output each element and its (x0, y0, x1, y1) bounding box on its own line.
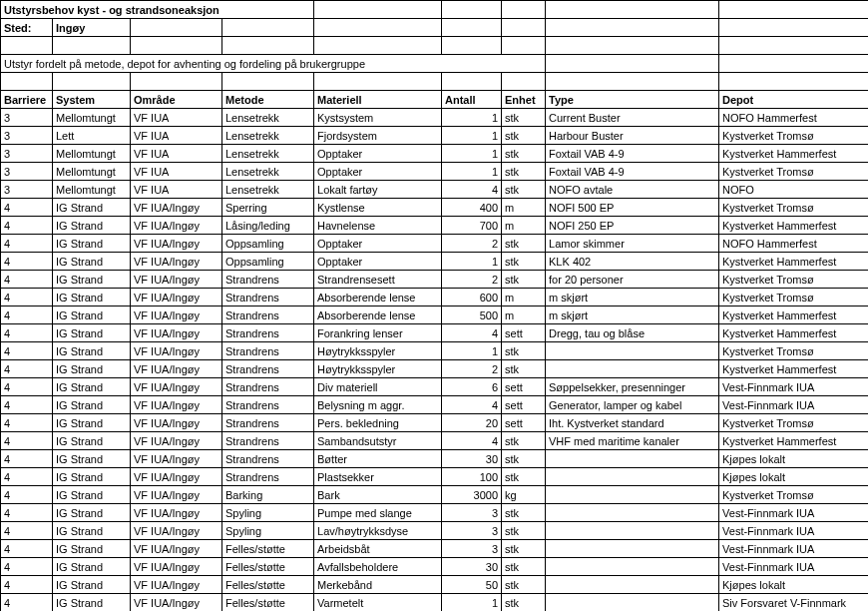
cell-r24-c1: IG Strand (53, 540, 131, 558)
page-title: Utstyrsbehov kyst - og strandsoneaksjon (1, 1, 314, 19)
cell-r23-c7 (546, 522, 719, 540)
cell-r5-c3: Sperring (222, 199, 314, 217)
cell-r15-c8: Vest-Finnmark IUA (719, 378, 868, 396)
cell-r16-c5: 4 (442, 396, 502, 414)
cell-r2-c7: Foxtail VAB 4-9 (546, 145, 719, 163)
cell-r12-c5: 4 (442, 324, 502, 342)
cell-r18-c3: Strandrens (222, 432, 314, 450)
cell-r23-c3: Spyling (222, 522, 314, 540)
cell-r16-c2: VF IUA/Ingøy (131, 396, 222, 414)
cell-r7-c3: Oppsamling (222, 235, 314, 253)
cell-r6-c3: Låsing/leding (222, 217, 314, 235)
cell-r5-c2: VF IUA/Ingøy (131, 199, 222, 217)
cell-r12-c2: VF IUA/Ingøy (131, 324, 222, 342)
cell-r19-c1: IG Strand (53, 450, 131, 468)
cell-r17-c6: sett (502, 414, 546, 432)
cell-r7-c5: 2 (442, 235, 502, 253)
cell-r2-c1: Mellomtungt (53, 145, 131, 163)
cell-r24-c2: VF IUA/Ingøy (131, 540, 222, 558)
cell-r2-c5: 1 (442, 145, 502, 163)
cell-r15-c0: 4 (1, 378, 53, 396)
cell-r9-c3: Strandrens (222, 271, 314, 289)
cell-r10-c7: m skjørt (546, 289, 719, 306)
cell-r6-c8: Kystverket Hammerfest (719, 217, 868, 235)
cell-r19-c5: 30 (442, 450, 502, 468)
cell-r17-c1: IG Strand (53, 414, 131, 432)
cell-r10-c5: 600 (442, 289, 502, 306)
cell-r22-c3: Spyling (222, 504, 314, 522)
cell-r1-c6: stk (502, 127, 546, 145)
cell-r14-c4: Høytrykksspyler (314, 360, 442, 378)
cell-r1-c0: 3 (1, 127, 53, 145)
cell-r0-c1: Mellomtungt (53, 109, 131, 127)
cell-r18-c8: Kystverket Hammerfest (719, 432, 868, 450)
cell-r24-c5: 3 (442, 540, 502, 558)
cell-r17-c4: Pers. bekledning (314, 414, 442, 432)
cell-r24-c4: Arbeidsbåt (314, 540, 442, 558)
cell-r2-c0: 3 (1, 145, 53, 163)
cell-r9-c7: for 20 personer (546, 271, 719, 289)
cell-r16-c8: Vest-Finnmark IUA (719, 396, 868, 414)
cell-r26-c3: Felles/støtte (222, 576, 314, 594)
cell-r13-c0: 4 (1, 342, 53, 360)
cell-r10-c3: Strandrens (222, 289, 314, 306)
cell-r8-c3: Oppsamling (222, 253, 314, 271)
cell-r3-c7: Foxtail VAB 4-9 (546, 163, 719, 181)
col-header-3: Metode (222, 91, 314, 109)
cell-r17-c2: VF IUA/Ingøy (131, 414, 222, 432)
cell-r9-c6: stk (502, 271, 546, 289)
subtitle: Utstyr fordelt på metode, depot for avhe… (1, 55, 546, 73)
cell-r25-c5: 30 (442, 558, 502, 576)
cell-r17-c8: Kystverket Tromsø (719, 414, 868, 432)
cell-r12-c7: Dregg, tau og blåse (546, 324, 719, 342)
cell-r11-c5: 500 (442, 306, 502, 324)
cell-r19-c3: Strandrens (222, 450, 314, 468)
cell-r1-c5: 1 (442, 127, 502, 145)
cell-r21-c2: VF IUA/Ingøy (131, 486, 222, 504)
cell-r9-c5: 2 (442, 271, 502, 289)
cell-r0-c5: 1 (442, 109, 502, 127)
cell-r3-c8: Kystverket Tromsø (719, 163, 868, 181)
cell-r10-c2: VF IUA/Ingøy (131, 289, 222, 306)
cell-r15-c7: Søppelsekker, presenninger (546, 378, 719, 396)
cell-r20-c5: 100 (442, 468, 502, 486)
cell-r3-c4: Opptaker (314, 163, 442, 181)
cell-r26-c4: Merkebånd (314, 576, 442, 594)
cell-r1-c3: Lensetrekk (222, 127, 314, 145)
cell-r9-c1: IG Strand (53, 271, 131, 289)
cell-r7-c7: Lamor skimmer (546, 235, 719, 253)
cell-r18-c6: stk (502, 432, 546, 450)
cell-r19-c4: Bøtter (314, 450, 442, 468)
cell-r14-c3: Strandrens (222, 360, 314, 378)
cell-r10-c8: Kystverket Tromsø (719, 289, 868, 306)
cell-r0-c0: 3 (1, 109, 53, 127)
cell-r15-c2: VF IUA/Ingøy (131, 378, 222, 396)
cell-r7-c8: NOFO Hammerfest (719, 235, 868, 253)
cell-r3-c3: Lensetrekk (222, 163, 314, 181)
cell-r23-c0: 4 (1, 522, 53, 540)
cell-r27-c5: 1 (442, 594, 502, 612)
cell-r4-c6: stk (502, 181, 546, 199)
cell-r23-c2: VF IUA/Ingøy (131, 522, 222, 540)
cell-r8-c2: VF IUA/Ingøy (131, 253, 222, 271)
cell-r27-c3: Felles/støtte (222, 594, 314, 612)
cell-r7-c6: stk (502, 235, 546, 253)
cell-r17-c3: Strandrens (222, 414, 314, 432)
cell-r13-c8: Kystverket Tromsø (719, 342, 868, 360)
cell-r14-c6: stk (502, 360, 546, 378)
cell-r21-c4: Bark (314, 486, 442, 504)
cell-r1-c7: Harbour Buster (546, 127, 719, 145)
col-header-5: Antall (442, 91, 502, 109)
cell-r12-c3: Strandrens (222, 324, 314, 342)
cell-r16-c6: sett (502, 396, 546, 414)
cell-r5-c5: 400 (442, 199, 502, 217)
cell-r4-c5: 4 (442, 181, 502, 199)
cell-r6-c1: IG Strand (53, 217, 131, 235)
cell-r19-c8: Kjøpes lokalt (719, 450, 868, 468)
cell-r13-c4: Høytrykksspyler (314, 342, 442, 360)
cell-r13-c2: VF IUA/Ingøy (131, 342, 222, 360)
cell-r20-c8: Kjøpes lokalt (719, 468, 868, 486)
cell-r19-c7 (546, 450, 719, 468)
col-header-4: Materiell (314, 91, 442, 109)
cell-r20-c4: Plastsekker (314, 468, 442, 486)
